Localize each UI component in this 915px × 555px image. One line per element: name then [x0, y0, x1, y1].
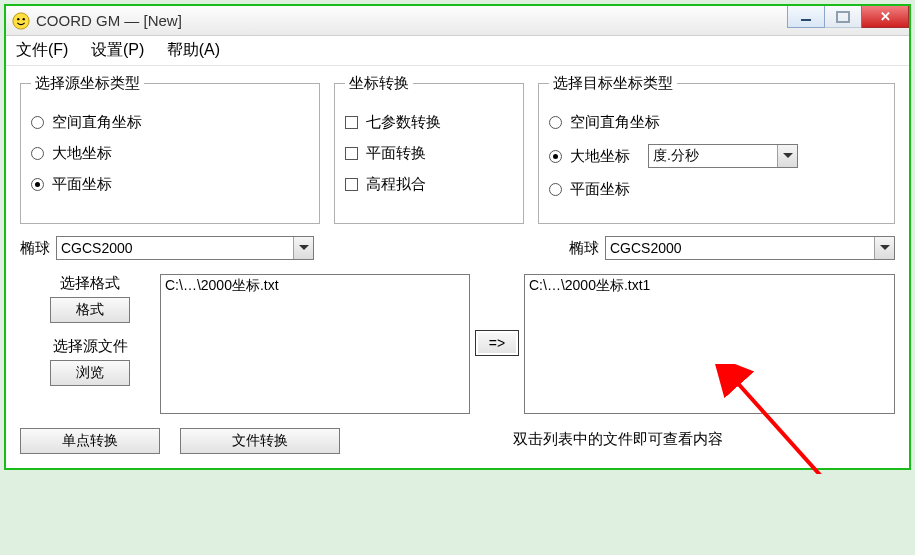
source-opt-geo[interactable]: 大地坐标 — [31, 144, 309, 163]
chevron-down-icon — [293, 237, 313, 259]
transform-opt-elev[interactable]: 高程拟合 — [345, 175, 513, 194]
radio-icon — [549, 150, 562, 163]
app-window: COORD GM — [New] 文件(F) 设置(P) 帮助(A) 选择源坐标… — [4, 4, 911, 470]
group-target-coord-type: 选择目标坐标类型 空间直角坐标 大地坐标 度.分秒 平面坐标 — [538, 74, 895, 224]
close-button[interactable] — [861, 6, 909, 28]
transform-opt-plane[interactable]: 平面转换 — [345, 144, 513, 163]
svg-point-1 — [17, 18, 19, 20]
source-opt-plane[interactable]: 平面坐标 — [31, 175, 309, 194]
group-transform-legend: 坐标转换 — [345, 74, 413, 93]
window-title: COORD GM — [New] — [36, 12, 182, 29]
source-ellipsoid-label: 椭球 — [20, 239, 50, 258]
left-controls: 选择格式 格式 选择源文件 浏览 — [20, 274, 160, 386]
source-ellipsoid-combo[interactable]: CGCS2000 — [56, 236, 314, 260]
single-convert-button[interactable]: 单点转换 — [20, 428, 160, 454]
list-item[interactable]: C:\…\2000坐标.txt1 — [529, 277, 890, 295]
radio-icon — [31, 147, 44, 160]
target-format-combo[interactable]: 度.分秒 — [648, 144, 798, 168]
convert-arrow-button[interactable]: => — [475, 330, 519, 356]
app-icon — [12, 12, 30, 30]
hint-text: 双击列表中的文件即可查看内容 — [340, 430, 895, 449]
checkbox-icon — [345, 147, 358, 160]
format-button[interactable]: 格式 — [50, 297, 130, 323]
checkbox-icon — [345, 178, 358, 191]
svg-point-0 — [13, 12, 29, 28]
target-opt-space[interactable]: 空间直角坐标 — [549, 113, 884, 132]
target-opt-geo[interactable]: 大地坐标 度.分秒 — [549, 144, 884, 168]
source-file-label: 选择源文件 — [20, 337, 160, 356]
menu-bar: 文件(F) 设置(P) 帮助(A) — [6, 36, 909, 66]
radio-icon — [549, 183, 562, 196]
group-target-legend: 选择目标坐标类型 — [549, 74, 677, 93]
target-opt-plane[interactable]: 平面坐标 — [549, 180, 884, 199]
client-area: 选择源坐标类型 空间直角坐标 大地坐标 平面坐标 坐标转换 — [6, 66, 909, 468]
group-source-legend: 选择源坐标类型 — [31, 74, 144, 93]
window-controls — [788, 6, 909, 30]
target-file-list[interactable]: C:\…\2000坐标.txt1 — [524, 274, 895, 414]
source-opt-space[interactable]: 空间直角坐标 — [31, 113, 309, 132]
radio-icon — [31, 116, 44, 129]
checkbox-icon — [345, 116, 358, 129]
browse-button[interactable]: 浏览 — [50, 360, 130, 386]
radio-icon — [31, 178, 44, 191]
menu-help[interactable]: 帮助(A) — [167, 41, 220, 58]
file-convert-button[interactable]: 文件转换 — [180, 428, 340, 454]
chevron-down-icon — [874, 237, 894, 259]
svg-point-2 — [23, 18, 25, 20]
menu-settings[interactable]: 设置(P) — [91, 41, 144, 58]
target-ellipsoid-combo[interactable]: CGCS2000 — [605, 236, 895, 260]
target-ellipsoid-label: 椭球 — [569, 239, 599, 258]
group-source-coord-type: 选择源坐标类型 空间直角坐标 大地坐标 平面坐标 — [20, 74, 320, 224]
convert-arrow-area: => — [470, 274, 524, 356]
chevron-down-icon — [777, 145, 797, 167]
source-file-list[interactable]: C:\…\2000坐标.txt — [160, 274, 470, 414]
radio-icon — [549, 116, 562, 129]
maximize-button[interactable] — [824, 6, 862, 28]
format-label: 选择格式 — [20, 274, 160, 293]
minimize-button[interactable] — [787, 6, 825, 28]
transform-opt-seven[interactable]: 七参数转换 — [345, 113, 513, 132]
menu-file[interactable]: 文件(F) — [16, 41, 68, 58]
group-transform: 坐标转换 七参数转换 平面转换 高程拟合 — [334, 74, 524, 224]
list-item[interactable]: C:\…\2000坐标.txt — [165, 277, 465, 295]
titlebar: COORD GM — [New] — [6, 6, 909, 36]
